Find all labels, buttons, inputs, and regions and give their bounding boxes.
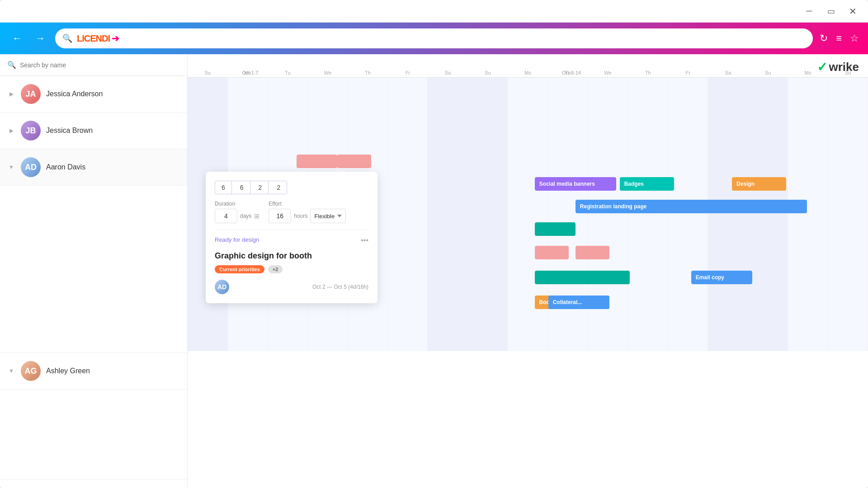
detail-duration-effort: Duration days ⊞ Effort hours — [215, 201, 368, 223]
address-bar[interactable]: 🔍 LICENDI ➔ — [55, 28, 813, 48]
person-name: Aaron Davis — [46, 163, 85, 171]
detail-task-section: Ready for design ••• Graphic design for … — [215, 230, 368, 294]
effort-label: Effort — [269, 201, 346, 207]
design-bar[interactable]: Design — [732, 177, 786, 191]
menu-button[interactable]: ≡ — [836, 33, 842, 44]
task-tags: Current priorities +2 — [215, 265, 368, 273]
day-cell — [788, 315, 828, 351]
week2-label: Oct 8-14 — [562, 70, 581, 75]
day-cell — [388, 114, 428, 150]
sidebar-item-ashley-green[interactable]: ▼ AG Ashley Green — [0, 353, 187, 389]
registration-landing-bar[interactable]: Registration landing page — [576, 200, 807, 213]
wrike-logo: ✓ wrike — [817, 60, 859, 75]
day-cell — [468, 315, 508, 351]
detail-task-header: Ready for design ••• — [215, 236, 368, 246]
day-cell — [268, 78, 308, 114]
day-cell — [388, 78, 428, 114]
task-category: Ready for design — [215, 236, 259, 243]
favorites-button[interactable]: ☆ — [850, 33, 859, 44]
badges-bar[interactable]: Badges — [620, 177, 674, 191]
forward-button[interactable]: → — [32, 30, 48, 47]
day-cell — [828, 78, 868, 114]
day-cell — [588, 315, 628, 351]
maximize-button[interactable]: ▭ — [825, 5, 837, 18]
back-button[interactable]: ← — [9, 30, 25, 47]
day-cell — [508, 78, 548, 114]
day-cell — [828, 114, 868, 150]
detail-number-2: 6 — [234, 181, 250, 194]
task-dates: Oct 2 — Oct 5 (4d/16h) — [312, 284, 368, 290]
search-bar-icon: 🔍 — [7, 61, 16, 69]
day-cell — [348, 315, 388, 351]
search-bar[interactable]: 🔍 — [0, 54, 187, 76]
day-sa2: Sa — [708, 70, 748, 75]
search-input[interactable] — [20, 61, 180, 69]
day-cell — [268, 114, 308, 150]
sidebar-item-jessica-brown[interactable]: ▶ JB Jessica Brown — [0, 113, 187, 149]
logo-licendi: LICENDI ➔ — [77, 33, 119, 44]
grid-icon: ⊞ — [254, 212, 259, 220]
day-cell — [228, 78, 268, 114]
reload-button[interactable]: ↻ — [820, 33, 828, 44]
ashley-expanded-area — [0, 389, 187, 480]
day-cell — [428, 315, 468, 351]
day-headers: Su Mo Tu We Th Fr Sa Su Mo Tu We Th Fr S… — [188, 59, 868, 75]
detail-number-1: 6 — [215, 181, 232, 194]
day-cell — [748, 315, 788, 351]
teal-bar[interactable] — [535, 222, 576, 236]
more-options-button[interactable]: ••• — [361, 236, 368, 244]
minimize-button[interactable]: ─ — [803, 5, 816, 18]
day-cell — [708, 78, 748, 114]
aaron-row-1 — [188, 150, 868, 173]
pink-block-2 — [337, 155, 371, 168]
duration-field-row: days ⊞ — [215, 209, 259, 223]
detail-popup: 6 6 2 2 Duration days ⊞ — [206, 172, 377, 303]
collateral-bar[interactable]: Collateral... — [548, 296, 609, 309]
day-cell — [468, 78, 508, 114]
flexible-select[interactable]: Flexible Fixed — [310, 209, 346, 223]
day-cell — [668, 114, 708, 150]
chevron-right-icon: ▶ — [7, 127, 15, 135]
day-cell — [188, 114, 228, 150]
day-cell — [748, 78, 788, 114]
day-cell — [348, 114, 388, 150]
day-cell — [188, 315, 228, 351]
title-bar-controls: ─ ▭ ✕ — [803, 5, 859, 18]
day-cell — [268, 315, 308, 351]
day-th2: Th — [628, 70, 668, 75]
avatar: AG — [21, 361, 41, 381]
days-unit: days — [240, 213, 251, 219]
day-fr: Fr — [388, 70, 428, 75]
task-title: Graphic design for booth — [215, 251, 368, 261]
day-cell — [588, 114, 628, 150]
close-button[interactable]: ✕ — [846, 5, 859, 18]
day-cell — [588, 78, 628, 114]
day-cell — [548, 315, 588, 351]
day-cell — [708, 315, 748, 351]
sidebar-item-amanda-springfield[interactable]: ▶ AS Amanda Springfield — [0, 480, 187, 488]
day-cell — [308, 315, 348, 351]
day-cell — [508, 114, 548, 150]
pink-block-1 — [297, 155, 337, 168]
duration-group: Duration days ⊞ — [215, 201, 259, 223]
gantt-area: ✓ wrike Oct 1-7 Oct 8-14 Su Mo Tu We Th … — [188, 54, 868, 488]
day-cell — [668, 315, 708, 351]
day-tu: Tu — [268, 70, 308, 75]
day-cell — [628, 114, 668, 150]
day-cell — [788, 114, 828, 150]
avatar: AD — [21, 157, 41, 177]
sidebar-item-aaron-davis[interactable]: ▼ AD Aaron Davis — [0, 149, 187, 186]
person-name: Jessica Anderson — [46, 90, 103, 98]
detail-numbers: 6 6 2 2 — [215, 181, 287, 194]
day-cell — [828, 315, 868, 351]
ashley-teal-bar[interactable] — [535, 271, 630, 284]
duration-label: Duration — [215, 201, 259, 207]
email-copy-bar[interactable]: Email copy — [691, 271, 752, 284]
day-cell — [308, 78, 348, 114]
title-bar: ─ ▭ ✕ — [0, 0, 868, 23]
effort-input[interactable] — [269, 209, 291, 223]
day-cell — [228, 315, 268, 351]
sidebar-item-jessica-anderson[interactable]: ▶ JA Jessica Anderson — [0, 76, 187, 113]
social-media-banners-bar[interactable]: Social media banners — [535, 177, 617, 191]
duration-input[interactable] — [215, 209, 237, 223]
